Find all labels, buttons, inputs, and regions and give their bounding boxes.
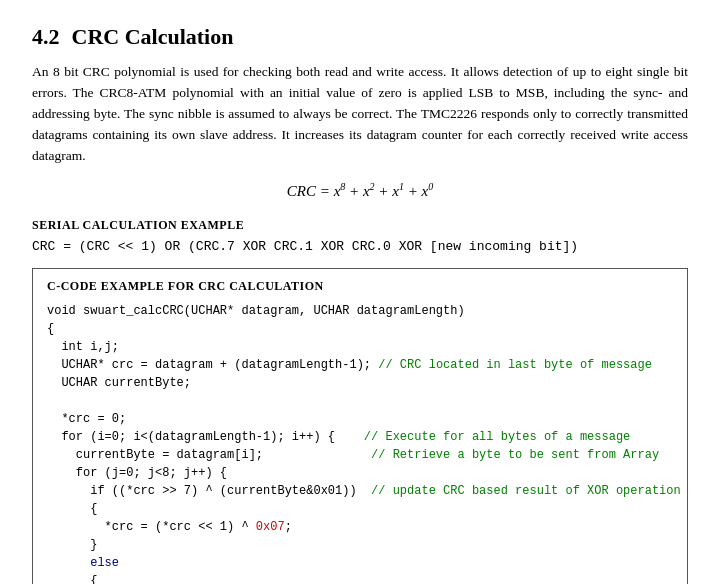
formula-text: CRC = x8 + x2 + x1 + x0 xyxy=(287,183,433,199)
body-paragraph: An 8 bit CRC polynomial is used for chec… xyxy=(32,62,688,167)
serial-code: CRC = (CRC << 1) OR (CRC.7 XOR CRC.1 XOR… xyxy=(32,239,688,254)
section-title: CRC Calculation xyxy=(72,24,234,50)
code-line: void swuart_calcCRC(UCHAR* datagram, UCH… xyxy=(47,304,681,584)
section-heading: 4.2 CRC Calculation xyxy=(32,24,688,50)
section-number: 4.2 xyxy=(32,24,60,50)
section-container: 4.2 CRC Calculation An 8 bit CRC polynom… xyxy=(32,24,688,584)
formula-block: CRC = x8 + x2 + x1 + x0 xyxy=(32,181,688,200)
code-content: void swuart_calcCRC(UCHAR* datagram, UCH… xyxy=(47,302,673,584)
code-box-heading: C-Code Example for CRC Calculation xyxy=(47,279,673,294)
serial-heading: Serial Calculation Example xyxy=(32,218,688,233)
code-box: C-Code Example for CRC Calculation void … xyxy=(32,268,688,584)
